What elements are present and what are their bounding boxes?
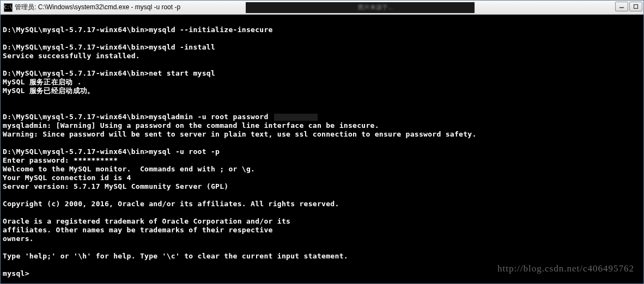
terminal-line: Server version: 5.7.17 MySQL Community S… [3, 182, 641, 191]
terminal-line: D:\MySQL\mysql-5.7.17-winx64\bin>mysql -… [3, 147, 641, 156]
terminal-line: Welcome to the MySQL monitor. Commands e… [3, 165, 641, 174]
terminal-line [3, 95, 641, 104]
terminal-line: Enter password: ********** [3, 156, 641, 165]
terminal-line: owners. [3, 234, 641, 243]
window-controls [615, 2, 642, 11]
terminal-line: mysqladmin: [Warning] Using a password o… [3, 121, 641, 130]
terminal-line: Service successfully installed. [3, 52, 641, 60]
maximize-button[interactable] [629, 2, 642, 11]
terminal-line: MySQL 服务已经启动成功。 [3, 87, 641, 95]
title-blurred-area: 图片来源于... [246, 2, 475, 13]
terminal-line: Type 'help;' or '\h' for help. Type '\c'… [3, 252, 641, 261]
cmd-window: C:\ 管理员: C:\Windows\system32\cmd.exe - m… [0, 0, 644, 284]
title-blur-text: 图片来源于... [358, 3, 393, 11]
terminal-line: D:\MySQL\mysql-5.7.17-winx64\bin>mysqld … [3, 26, 641, 34]
cmd-icon: C:\ [4, 3, 13, 12]
terminal-line [3, 60, 641, 69]
terminal-line [3, 243, 641, 252]
terminal-line [3, 104, 641, 113]
terminal-line [3, 208, 641, 217]
terminal-line [3, 139, 641, 147]
svg-rect-1 [634, 5, 638, 9]
terminal-line: D:\MySQL\mysql-5.7.17-winx64\bin>mysqlad… [3, 113, 641, 121]
terminal-area[interactable]: D:\MySQL\mysql-5.7.17-winx64\bin>mysqld … [1, 15, 643, 283]
terminal-line: MySQL 服务正在启动 . [3, 78, 641, 87]
watermark-text: http://blog.csdn.net/c406495762 [497, 263, 634, 274]
terminal-line: D:\MySQL\mysql-5.7.17-winx64\bin>mysqld … [3, 43, 641, 52]
terminal-line: Copyright (c) 2000, 2016, Oracle and/or … [3, 200, 641, 208]
titlebar[interactable]: C:\ 管理员: C:\Windows\system32\cmd.exe - m… [1, 1, 643, 15]
terminal-line: Warning: Since password will be sent to … [3, 130, 641, 139]
terminal-line: D:\MySQL\mysql-5.7.17-winx64\bin>net sta… [3, 69, 641, 78]
minimize-icon [619, 4, 624, 9]
terminal-line [3, 191, 641, 200]
maximize-icon [633, 4, 639, 9]
terminal-line: Your MySQL connection id is 4 [3, 174, 641, 182]
terminal-line: Oracle is a registered trademark of Orac… [3, 217, 641, 226]
terminal-line [3, 34, 641, 43]
terminal-line: affiliates. Other names may be trademark… [3, 226, 641, 234]
redacted-password [274, 114, 318, 121]
window-title: 管理员: C:\Windows\system32\cmd.exe - mysql… [15, 3, 180, 12]
terminal-line [3, 17, 641, 26]
minimize-button[interactable] [615, 2, 628, 11]
